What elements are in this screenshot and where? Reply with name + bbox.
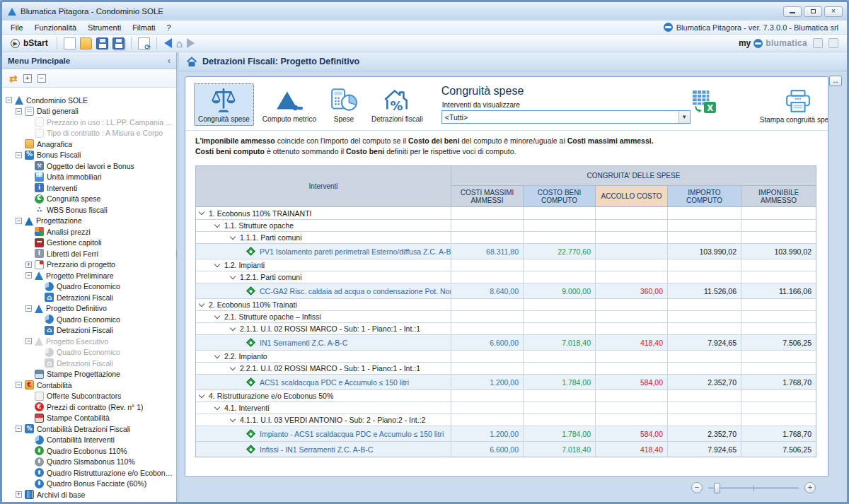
menu-item-file[interactable]: File [5, 22, 29, 33]
refresh-icon[interactable]: ⇄ [9, 74, 18, 83]
save-icon[interactable] [96, 37, 108, 49]
forward-icon[interactable] [187, 38, 195, 48]
interventi-filter-select[interactable]: <Tutti> ▼ [441, 110, 691, 124]
fit-width-button[interactable]: ↔ [829, 76, 842, 86]
tree-expand-toggle[interactable]: − [25, 272, 32, 279]
chevron-down-icon[interactable] [230, 416, 236, 422]
tab-congruita-spese[interactable]: Congruità spese [194, 83, 254, 126]
group-row-label[interactable]: 2. Ecobonus 110% Trainati [196, 298, 451, 310]
chevron-down-icon[interactable] [230, 274, 236, 279]
restore-icon[interactable] [138, 37, 150, 49]
tree-expand-toggle[interactable]: − [16, 152, 22, 158]
item-row-label[interactable]: ACS1 scaldacqua PDC e Accumulo ≤ 150 lit… [196, 374, 451, 389]
tree-item[interactable]: +Archivi di base [4, 489, 176, 500]
chevron-down-icon[interactable] [230, 325, 236, 331]
tree-item[interactable]: Stampe Contabilità [4, 413, 176, 424]
new-document-icon[interactable] [64, 37, 76, 49]
column-header[interactable]: COSTO BENI COMPUTO [523, 186, 595, 207]
chevron-down-icon[interactable] [214, 353, 220, 358]
item-row-label[interactable]: Infissi - IN1 Serramenti Z.C. A-B-C [196, 441, 451, 457]
my-blumatica-logo[interactable]: my blumatica [739, 38, 843, 48]
close-button[interactable]: × [824, 6, 843, 17]
menu-item-[interactable]: ? [161, 22, 177, 33]
tree-item[interactable]: Prezzario in uso : LL.PP. Campania 2021 [4, 117, 176, 128]
zoom-slider[interactable] [708, 487, 799, 489]
tree-item[interactable]: −Dati generali [4, 106, 176, 117]
tree-item[interactable]: −Progetto Definitivo [4, 303, 176, 315]
save-as-icon[interactable] [112, 37, 125, 49]
group-row-label[interactable]: 1.1. Strutture opache [196, 219, 451, 231]
zoom-slider-handle[interactable] [714, 483, 720, 493]
excel-export-icon[interactable]: X [691, 89, 719, 115]
tree-item[interactable]: −Bonus Fiscali [4, 150, 176, 161]
chevron-down-icon[interactable] [230, 234, 236, 240]
tree-item[interactable]: Detrazioni Fiscali [4, 325, 176, 336]
minimize-button[interactable] [783, 6, 802, 17]
tree-expand-toggle[interactable]: − [25, 305, 32, 312]
expand-all-button[interactable]: + [23, 74, 32, 83]
zoom-out-button[interactable]: − [691, 482, 703, 493]
tree-item[interactable]: Libretti dei Ferri [4, 248, 176, 259]
item-row-label[interactable]: CC-GA2 Risc. caldaia ad acqua o condensa… [196, 283, 451, 298]
tree-expand-toggle[interactable]: − [16, 108, 22, 115]
group-row-label[interactable]: 1.1.1. Parti comuni [196, 231, 451, 243]
tree-item[interactable]: Interventi [4, 182, 176, 194]
tree-expand-toggle[interactable]: − [25, 338, 32, 344]
column-header[interactable]: ACCOLLO COSTO [595, 186, 667, 207]
tree-item[interactable]: Anagrafica [4, 139, 176, 150]
tree-item[interactable]: Quadro Bonus Facciate (60%) [4, 479, 176, 490]
item-row-label[interactable]: Impianto - ACS1 scaldacqua PDC e Accumul… [196, 426, 451, 441]
group-row-label[interactable]: 2.2.1. U.I. 02 ROSSI MARCO - Sub: 1 - Pi… [196, 362, 451, 374]
tree-expand-toggle[interactable]: + [25, 262, 32, 268]
tree-item[interactable]: −Progetto Esecutivo [4, 336, 176, 347]
tree-item[interactable]: Quadro Ristrutturazione e/o Ecobonus 50% [4, 467, 176, 479]
collapse-all-button[interactable]: − [37, 74, 46, 83]
tree-item[interactable]: Detrazioni Fiscali [4, 358, 176, 369]
column-header[interactable]: IMPORTO COMPUTO [667, 186, 741, 207]
group-row-label[interactable]: 1.2. Impianti [196, 259, 451, 271]
account-icon[interactable] [813, 38, 823, 48]
tree-item[interactable]: Detrazioni Fiscali [4, 292, 176, 303]
chevron-down-icon[interactable] [199, 301, 204, 307]
tree-item[interactable]: Offerte Subcontractors [4, 391, 176, 402]
chevron-down-icon[interactable] [214, 262, 220, 267]
menu-item-funzionalit[interactable]: Funzionalità [29, 22, 82, 33]
zoom-in-button[interactable]: + [804, 482, 816, 493]
tree-item[interactable]: −Contabilità [4, 380, 176, 391]
tree-item[interactable]: Stampe Progettazione [4, 369, 176, 380]
open-folder-icon[interactable] [80, 37, 92, 49]
tree-item[interactable]: −Contabilità Detrazioni Fiscali [4, 423, 176, 435]
chevron-down-icon[interactable] [214, 313, 220, 319]
tree-item[interactable]: Oggetto dei lavori e Bonus [4, 160, 176, 172]
column-header[interactable]: IMPONIBILE AMMESSO [741, 186, 816, 207]
menu-item-strumenti[interactable]: Strumenti [82, 22, 127, 33]
tree-item[interactable]: −Progetto Preliminare [4, 270, 176, 281]
chevron-down-icon[interactable]: ▼ [678, 111, 690, 123]
tree-item[interactable]: Congruità spese [4, 194, 176, 205]
tab-spese[interactable]: Spese [325, 83, 363, 126]
group-row-label[interactable]: 4.1.1. U.I. 03 VERDI ANTONIO - Sub: 2 - … [196, 414, 451, 426]
group-row-label[interactable]: 4. Ristrutturazione e/o Ecobonus 50% [196, 389, 451, 402]
tree-item[interactable]: −Condominio SOLE [4, 95, 176, 106]
tree-item[interactable]: Unità immobiliari [4, 172, 176, 183]
tree-item[interactable]: Contabilità Interventi [4, 435, 176, 446]
notes-icon[interactable] [828, 38, 838, 48]
print-button[interactable]: Stampa congruità spese [760, 89, 828, 124]
tree-expand-toggle[interactable]: − [6, 97, 12, 103]
home-icon[interactable]: ⌂ [176, 38, 183, 49]
tab-detrazioni-fiscali[interactable]: % Detrazioni fiscali [367, 83, 427, 126]
back-icon[interactable] [164, 38, 172, 48]
column-header[interactable]: COSTI MASSIMI AMMESSI [451, 186, 523, 207]
tree-item[interactable]: Gestione capitoli [4, 238, 176, 249]
item-row-label[interactable]: IN1 Serramenti Z.C. A-B-C [196, 334, 451, 350]
chevron-down-icon[interactable] [214, 404, 220, 410]
tree-expand-toggle[interactable]: − [16, 382, 22, 388]
tree-item[interactable]: WBS Bonus fiscali [4, 204, 176, 216]
chevron-down-icon[interactable] [230, 365, 236, 370]
chevron-down-icon[interactable] [199, 209, 204, 215]
item-row-label[interactable]: PV1 Isolamento pareti perimetrali Estern… [196, 243, 451, 259]
group-row-label[interactable]: 4.1. Interventi [196, 402, 451, 414]
menu-item-filmati[interactable]: Filmati [127, 22, 161, 33]
tree-item[interactable]: Quadro Economico [4, 281, 176, 293]
tree-item[interactable]: Quadro Economico [4, 347, 176, 358]
